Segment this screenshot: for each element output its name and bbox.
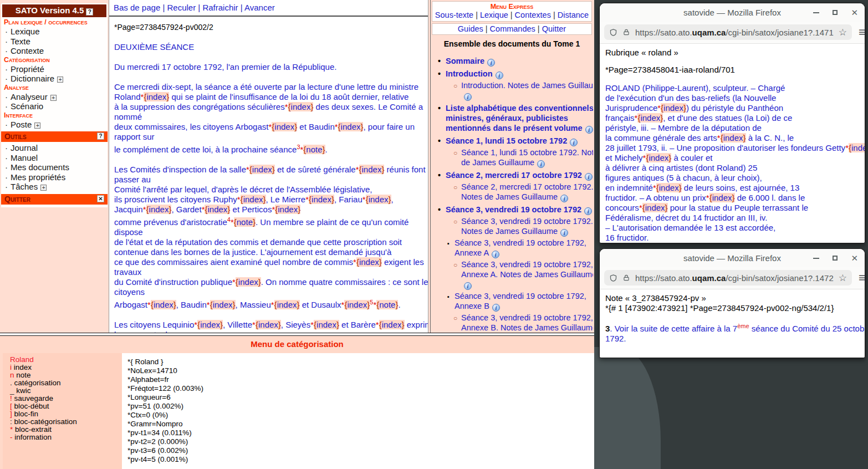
sidebar-item-mes-documents[interactable]: ·Mes documents	[1, 162, 108, 172]
note-marker[interactable]: {note}	[376, 300, 398, 309]
doc-list-item-seance-2-mercredi-17-octobre-1792-note[interactable]: ○Séance 2, mercredi 17 octobre 1792.Note…	[431, 182, 593, 202]
url-bar[interactable]: https://sato.ato.uqam.ca/cgi-bin/satox/j…	[604, 270, 852, 286]
index-marker[interactable]: {index}	[241, 195, 266, 204]
index-marker[interactable]: {index}	[288, 102, 314, 111]
maximize-button[interactable]	[833, 256, 838, 261]
sidebar-item-poste[interactable]: ·Poste+	[1, 120, 108, 130]
sidebar-item-dictionnaire[interactable]: ·Dictionnaire+	[1, 74, 108, 84]
nav-link-reculer[interactable]: Reculer	[167, 3, 196, 12]
minimize-button[interactable]	[813, 258, 819, 259]
sidebar-item-analyseur[interactable]: ·Analyseur+	[1, 92, 108, 102]
index-marker[interactable]: {index}	[356, 257, 382, 267]
doc-list-item-seance-3-vendredi-19-octobre-1792-anne[interactable]: ▪Séance 3, vendredi 19 octobre 1792,Anne…	[431, 238, 593, 258]
index-marker[interactable]: {index}	[646, 153, 671, 162]
doc-list-item-liste-alphabetique-des-conventionnels-m[interactable]: •Liste alphabétique des conventionnels,m…	[431, 103, 593, 134]
lock-icon[interactable]	[622, 274, 630, 282]
index-marker[interactable]: {index}	[379, 320, 405, 329]
info-icon[interactable]: i	[492, 251, 499, 258]
doc-list-item-introduction[interactable]: •Introductioni	[431, 69, 593, 79]
help-icon[interactable]: ?	[86, 8, 93, 16]
index-marker[interactable]: {index}	[709, 193, 735, 202]
hamburger-menu-icon[interactable]: ≡	[859, 272, 865, 283]
info-icon[interactable]: i	[464, 93, 472, 101]
doc-list-item-seance-3-vendredi-19-octobre-1792-anne[interactable]: ○Séance 3, vendredi 19 octobre 1792,Anne…	[431, 259, 593, 290]
sidebar-item-mes-proprietes[interactable]: ·Mes propriétés	[1, 172, 108, 182]
cat-command-kwic[interactable]: _ kwic	[10, 387, 122, 395]
bookmark-star-icon[interactable]: ☆	[839, 272, 847, 284]
nav-link-avancer[interactable]: Avancer	[244, 3, 275, 12]
index-marker[interactable]: {index}	[359, 165, 385, 174]
sidebar-item-texte[interactable]: ·Texte	[1, 37, 108, 47]
sidebar-item-manuel[interactable]: ·Manuel	[1, 153, 108, 163]
index-marker[interactable]: {index}	[249, 165, 275, 174]
minimize-button[interactable]	[813, 12, 819, 13]
index-marker[interactable]: {index}	[656, 183, 682, 192]
index-marker[interactable]: {index}	[314, 320, 339, 329]
expand-plus-icon[interactable]: +	[50, 95, 57, 101]
express-link-quitter[interactable]: Quitter	[542, 24, 566, 33]
index-marker[interactable]: {index}	[309, 195, 334, 204]
info-icon[interactable]: i	[487, 59, 495, 67]
sidebar-item-contexte[interactable]: ·Contexte	[1, 46, 108, 56]
express-link-contextes[interactable]: Contextes	[515, 11, 551, 19]
info-icon[interactable]: i	[585, 173, 593, 181]
sidebar-item-scenario[interactable]: ·Scénario	[1, 101, 108, 111]
doc-list-item-seance-3-vendredi-19-octobre-1792-anne[interactable]: ○Séance 3, vendredi 19 octobre 1792,Anne…	[431, 313, 593, 333]
doc-list-item-sommaire[interactable]: •Sommairei	[431, 56, 593, 67]
firefox-2-titlebar[interactable]: satovide — Mozilla Firefox ✕	[600, 249, 865, 267]
index-marker[interactable]: {index}	[210, 300, 236, 309]
info-icon[interactable]: i	[560, 195, 568, 202]
express-link-lexique[interactable]: Lexique	[480, 11, 508, 19]
close-icon[interactable]: ✕	[97, 195, 104, 202]
doc-list-item-seance-3-vendredi-19-octobre-1792-anne[interactable]: ▪Séance 3, vendredi 19 octobre 1792,Anne…	[431, 291, 593, 312]
sidebar-item-propriete[interactable]: ·Propriété	[1, 64, 108, 74]
index-marker[interactable]: {index}	[151, 300, 176, 309]
hamburger-menu-icon[interactable]: ≡	[859, 27, 865, 38]
cat-command-sauvegarde[interactable]: ! sauvegarde	[10, 395, 122, 402]
express-link-distance[interactable]: Distance	[558, 11, 589, 19]
url-bar[interactable]: https://sato.ato.uqam.ca/cgi-bin/satox/j…	[604, 24, 852, 40]
index-marker[interactable]: {index}	[344, 300, 370, 309]
index-marker[interactable]: {index}	[274, 300, 300, 309]
index-marker[interactable]: {index}	[144, 92, 169, 101]
doc-list-item-seance-2-mercredi-17-octobre-1792[interactable]: •Séance 2, mercredi 17 octobre 1792i	[431, 170, 593, 181]
cat-command-note[interactable]: n note	[10, 371, 122, 379]
cat-command-bloc-fin[interactable]: ] bloc-fin	[10, 410, 122, 418]
doc-list-item-seance-1-lundi-15-octobre-1792[interactable]: •Séance 1, lundi 15 octobre 1792i	[431, 136, 593, 146]
expand-plus-icon[interactable]: +	[34, 123, 40, 129]
index-marker[interactable]: {index}	[338, 122, 364, 131]
cat-command-bloc-extrait[interactable]: * bloc-extrait	[10, 426, 122, 434]
cat-command-bloc-debut[interactable]: [ bloc-début	[10, 402, 122, 410]
index-marker[interactable]: {index}	[256, 320, 281, 329]
sidebar-item-journal[interactable]: ·Journal	[1, 143, 108, 153]
index-marker[interactable]: {index}	[642, 203, 668, 212]
bookmark-star-icon[interactable]: ☆	[839, 27, 847, 38]
expand-plus-icon[interactable]: +	[57, 77, 63, 83]
quitter-bar[interactable]: Quitter✕	[1, 194, 108, 205]
doc-list-item-introduction-notes-de-james-guillaume[interactable]: ○Introduction. Notes de James Guillaumei	[431, 80, 593, 101]
index-marker[interactable]: {index}	[849, 143, 865, 152]
nav-link-rafraichir[interactable]: Rafraichir	[202, 3, 238, 12]
info-icon[interactable]: i	[464, 282, 472, 290]
note-marker[interactable]: {note}	[303, 145, 325, 154]
info-icon[interactable]: i	[537, 160, 545, 168]
index-marker[interactable]: {index}	[637, 113, 663, 123]
index-marker[interactable]: {index}	[366, 195, 391, 204]
cat-command-bloc-categorisation[interactable]: : bloc-catégorisation	[10, 418, 122, 426]
firefox-1-titlebar[interactable]: satovide — Mozilla Firefox ✕	[600, 3, 865, 22]
index-marker[interactable]: {index}	[721, 133, 746, 142]
info-icon[interactable]: i	[560, 229, 568, 237]
nav-link-bas-de-page[interactable]: Bas de page	[114, 3, 160, 12]
note-marker[interactable]: {note}	[234, 217, 256, 227]
cat-command-information[interactable]: - information	[10, 434, 122, 441]
info-icon[interactable]: i	[584, 207, 592, 215]
doc-list-item-seance-3-vendredi-19-octobre-1792[interactable]: •Séance 3, vendredi 19 octobre 1792i	[431, 205, 593, 215]
index-marker[interactable]: {index}	[272, 122, 297, 131]
expand-plus-icon[interactable]: +	[40, 185, 47, 191]
index-marker[interactable]: {index}	[197, 320, 223, 329]
sidebar-item-taches[interactable]: ·Tâches+	[1, 182, 108, 192]
info-icon[interactable]: i	[492, 304, 500, 312]
express-link-sous-texte[interactable]: Sous-texte	[435, 11, 473, 19]
index-marker[interactable]: {index}	[661, 103, 686, 113]
close-button[interactable]: ✕	[851, 8, 858, 17]
